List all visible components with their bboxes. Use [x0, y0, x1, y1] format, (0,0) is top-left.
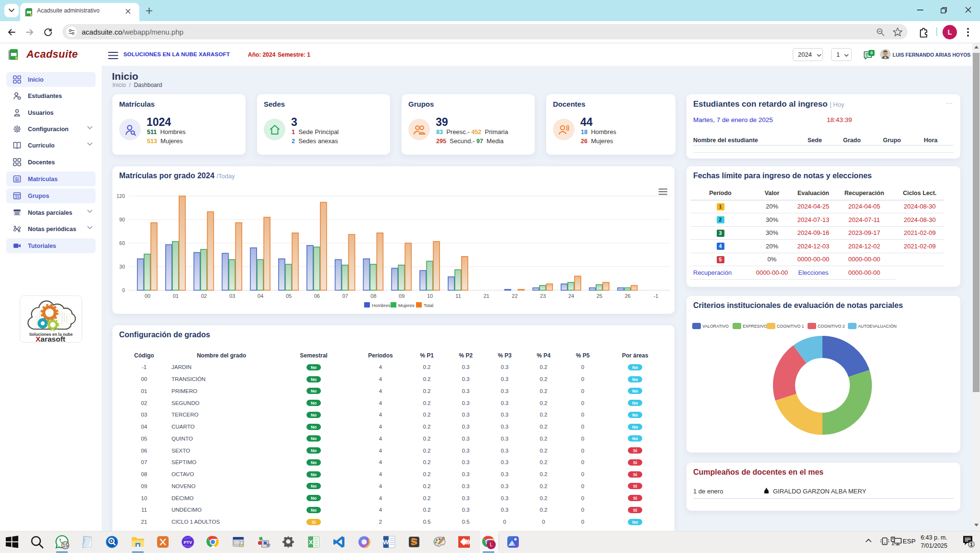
- svg-text:22: 22: [512, 293, 517, 299]
- svg-text:10: 10: [427, 293, 433, 299]
- svg-text:Total: Total: [424, 303, 433, 308]
- svg-text:00: 00: [145, 293, 150, 299]
- svg-text:04: 04: [257, 293, 263, 299]
- svg-text:0: 0: [122, 287, 125, 293]
- svg-text:90: 90: [119, 217, 125, 222]
- svg-text:25: 25: [597, 293, 602, 299]
- svg-text:21: 21: [483, 293, 489, 299]
- svg-text:W: W: [383, 539, 389, 546]
- svg-text:06: 06: [314, 293, 320, 299]
- svg-text:09: 09: [399, 293, 404, 299]
- svg-text:Mujeres: Mujeres: [398, 303, 415, 308]
- svg-text:03: 03: [229, 293, 235, 299]
- svg-text:07: 07: [342, 293, 348, 299]
- svg-text:60: 60: [119, 240, 125, 246]
- svg-text:X: X: [309, 539, 313, 546]
- svg-text:Hombres: Hombres: [372, 303, 391, 308]
- svg-text:Xarasoft: Xarasoft: [36, 335, 65, 343]
- svg-text:120: 120: [116, 193, 125, 199]
- svg-text:30: 30: [119, 264, 125, 270]
- svg-text:15: 15: [62, 542, 68, 548]
- svg-text:24: 24: [568, 293, 574, 299]
- svg-text:PTV: PTV: [184, 540, 192, 545]
- svg-text:0: 0: [870, 50, 873, 55]
- svg-text:23: 23: [540, 293, 546, 299]
- svg-text:05: 05: [286, 293, 292, 299]
- svg-text:11: 11: [455, 293, 461, 299]
- svg-text:32: 32: [266, 543, 270, 547]
- svg-text:1: 1: [970, 542, 973, 547]
- svg-text:08: 08: [370, 293, 376, 299]
- svg-text:02: 02: [201, 293, 207, 299]
- svg-text:-1: -1: [654, 293, 659, 299]
- svg-text:01: 01: [173, 293, 179, 299]
- svg-text:26: 26: [625, 293, 630, 299]
